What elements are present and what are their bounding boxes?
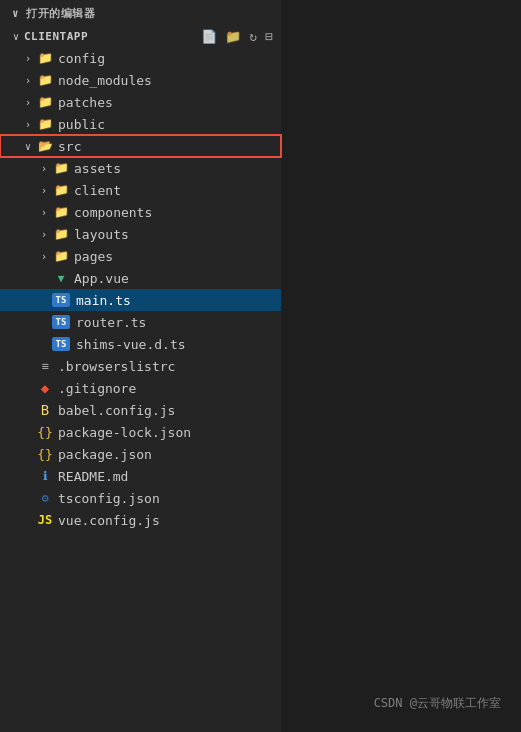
chevron-right-icon: ›: [36, 185, 52, 196]
item-label-browserslistrc: .browserslistrc: [58, 359, 175, 374]
tree-item-app-vue[interactable]: ▼ App.vue: [0, 267, 281, 289]
folder-icon: 📁: [52, 227, 70, 241]
tree-item-node-modules[interactable]: › 📁 node_modules: [0, 69, 281, 91]
item-label-public: public: [58, 117, 105, 132]
tree-item-gitignore[interactable]: ◆ .gitignore: [0, 377, 281, 399]
tree-item-package-json[interactable]: {} package.json: [0, 443, 281, 465]
item-label-components: components: [74, 205, 152, 220]
item-label-pages: pages: [74, 249, 113, 264]
item-label-src: src: [58, 139, 81, 154]
tree-item-browserslistrc[interactable]: ≡ .browserslistrc: [0, 355, 281, 377]
item-label-shims-vue: shims-vue.d.ts: [76, 337, 186, 352]
item-label-layouts: layouts: [74, 227, 129, 242]
item-label-node-modules: node_modules: [58, 73, 152, 88]
item-label-client: client: [74, 183, 121, 198]
browserslist-icon: ≡: [36, 359, 54, 373]
watermark-text: CSDN @云哥物联工作室: [374, 696, 501, 710]
chevron-right-icon: ›: [36, 207, 52, 218]
folder-icon: 📁: [52, 183, 70, 197]
tree-item-public[interactable]: › 📁 public: [0, 113, 281, 135]
chevron-right-icon: ›: [20, 119, 36, 130]
chevron-right-icon: ›: [20, 75, 36, 86]
gitignore-icon: ◆: [36, 380, 54, 396]
chevron-down-icon: ∨: [20, 141, 36, 152]
ts-icon: TS: [52, 293, 70, 307]
tree-item-babel-config[interactable]: Β babel.config.js: [0, 399, 281, 421]
folder-icon: 📁: [36, 73, 54, 87]
tree-item-readme[interactable]: ℹ README.md: [0, 465, 281, 487]
main-area: ∨ 打开的编辑器 ∨ CLIENTAPP 📄 📁 ↻ ⊟ › 📁 config …: [0, 0, 521, 732]
chevron-right-icon: ›: [36, 163, 52, 174]
refresh-icon[interactable]: ↻: [247, 27, 259, 46]
vue-icon: ▼: [52, 272, 70, 285]
js-icon: JS: [36, 513, 54, 527]
json-icon: {}: [36, 425, 54, 440]
folder-open-icon: 📂: [36, 139, 54, 153]
folder-icon: 📁: [36, 117, 54, 131]
explorer-header: ∨ 打开的编辑器: [0, 0, 281, 25]
md-icon: ℹ: [36, 469, 54, 483]
chevron-right-icon: ›: [20, 53, 36, 64]
babel-icon: Β: [36, 402, 54, 418]
folder-icon: 📁: [52, 249, 70, 263]
folder-icon: 📁: [36, 51, 54, 65]
new-file-icon[interactable]: 📄: [199, 27, 219, 46]
tree-item-vue-config[interactable]: JS vue.config.js: [0, 509, 281, 531]
tree-item-components[interactable]: › 📁 components: [0, 201, 281, 223]
item-label-vue-config: vue.config.js: [58, 513, 160, 528]
sidebar: ∨ 打开的编辑器 ∨ CLIENTAPP 📄 📁 ↻ ⊟ › 📁 config …: [0, 0, 282, 732]
collapse-icon[interactable]: ⊟: [263, 27, 275, 46]
tree-item-src[interactable]: ∨ 📂 src: [0, 135, 281, 157]
tree-item-config[interactable]: › 📁 config: [0, 47, 281, 69]
tsconfig-icon: ⚙: [36, 491, 54, 505]
tree-item-package-lock[interactable]: {} package-lock.json: [0, 421, 281, 443]
item-label-package-json: package.json: [58, 447, 152, 462]
folder-icon: 📁: [52, 205, 70, 219]
item-label-main-ts: main.ts: [76, 293, 131, 308]
ts-icon: TS: [52, 315, 70, 329]
item-label-app-vue: App.vue: [74, 271, 129, 286]
item-label-babel-config: babel.config.js: [58, 403, 175, 418]
chevron-down-icon: ∨: [8, 31, 24, 42]
tree-item-layouts[interactable]: › 📁 layouts: [0, 223, 281, 245]
explorer-title: ∨ 打开的编辑器: [12, 6, 95, 21]
tree-item-main-ts[interactable]: TS main.ts: [0, 289, 281, 311]
chevron-right-icon: ›: [36, 251, 52, 262]
tree-item-shims-vue[interactable]: TS shims-vue.d.ts: [0, 333, 281, 355]
watermark: CSDN @云哥物联工作室: [374, 695, 501, 712]
new-folder-icon[interactable]: 📁: [223, 27, 243, 46]
item-label-gitignore: .gitignore: [58, 381, 136, 396]
item-label-config: config: [58, 51, 105, 66]
chevron-right-icon: ›: [36, 229, 52, 240]
item-label-patches: patches: [58, 95, 113, 110]
item-label-package-lock: package-lock.json: [58, 425, 191, 440]
tree-item-patches[interactable]: › 📁 patches: [0, 91, 281, 113]
root-label: CLIENTAPP: [24, 30, 88, 43]
json-icon: {}: [36, 447, 54, 462]
folder-icon: 📁: [52, 161, 70, 175]
tree-item-assets[interactable]: › 📁 assets: [0, 157, 281, 179]
chevron-right-icon: ›: [20, 97, 36, 108]
tree-item-tsconfig[interactable]: ⚙ tsconfig.json: [0, 487, 281, 509]
tree-item-client[interactable]: › 📁 client: [0, 179, 281, 201]
item-label-readme: README.md: [58, 469, 128, 484]
folder-icon: 📁: [36, 95, 54, 109]
tree-item-router-ts[interactable]: TS router.ts: [0, 311, 281, 333]
ts-icon: TS: [52, 337, 70, 351]
tree-item-pages[interactable]: › 📁 pages: [0, 245, 281, 267]
item-label-assets: assets: [74, 161, 121, 176]
item-label-tsconfig: tsconfig.json: [58, 491, 160, 506]
item-label-router-ts: router.ts: [76, 315, 146, 330]
tree-root[interactable]: ∨ CLIENTAPP 📄 📁 ↻ ⊟: [0, 25, 281, 47]
